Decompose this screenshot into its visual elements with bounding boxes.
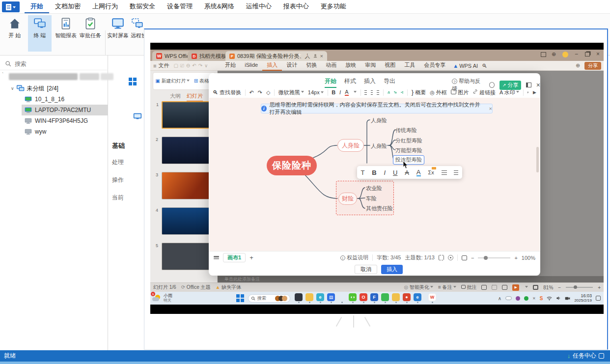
wps-menu-item[interactable]: 设计 — [282, 60, 302, 71]
mindmap-leaf[interactable]: 分红型寿险 — [395, 137, 422, 144]
hyperlink-button[interactable]: 超链接 — [472, 89, 496, 96]
frame-button[interactable]: ◎ 外框 — [430, 89, 447, 96]
cloud-tray-icon[interactable] — [505, 296, 512, 300]
new-tab-icon[interactable]: + — [298, 51, 302, 58]
camera-icon[interactable] — [565, 296, 570, 301]
normal-view-icon[interactable] — [481, 285, 487, 290]
play-options-chevron[interactable] — [525, 286, 528, 289]
wps-menu-item[interactable]: 审阅 — [360, 60, 380, 71]
task-center-button[interactable]: 任务中心 — [573, 352, 596, 360]
mindmap-leaf[interactable]: 农业险 — [366, 185, 382, 192]
opera-icon[interactable]: O — [358, 293, 369, 303]
host-menu-item[interactable]: 报表中心 — [277, 0, 315, 13]
skin-icon[interactable] — [541, 52, 546, 57]
layers-icon[interactable] — [214, 256, 219, 260]
collaboration-icon[interactable] — [313, 54, 318, 58]
format-painter-icon[interactable]: ◇ — [266, 89, 270, 96]
sogou-tray-icon[interactable]: S — [540, 296, 543, 301]
tray-time[interactable]: 16:03 — [574, 293, 592, 298]
presentation-tab-active[interactable]: P 0839期 保险业务险种分类、人 × — [225, 51, 327, 61]
fit-screen-icon[interactable] — [439, 255, 444, 260]
toolbar-more-icon[interactable]: ▶ — [533, 90, 536, 95]
zoom-level[interactable]: 81% — [543, 285, 553, 290]
branch-node-personal[interactable]: 人身险 — [337, 139, 364, 152]
mindmap-leaf[interactable]: 万能型寿险 — [395, 147, 422, 154]
sidebar-search[interactable] — [0, 57, 108, 70]
tray-date[interactable]: 2025/2/19 — [574, 298, 592, 303]
tree-group-ungrouped[interactable]: ∨ 未分组 [2/4] — [0, 83, 108, 94]
share-button[interactable]: 分享 — [584, 62, 601, 70]
task-center-icon[interactable] — [599, 353, 604, 359]
comment-button[interactable]: 批注 — [461, 284, 477, 291]
weather-widget[interactable]: 9 小雨 明天 — [152, 293, 172, 303]
mindmap-text-node[interactable]: 人身险 — [371, 142, 387, 150]
sorter-view-icon[interactable] — [492, 285, 497, 290]
mindmap-leaf[interactable]: 其他责任险 — [366, 205, 393, 212]
ribbon-live-screen-button[interactable]: 实时屏幕 — [106, 15, 130, 46]
slide-thumbnail[interactable]: 2 — [162, 137, 211, 164]
close-dialog-icon[interactable]: × — [536, 81, 540, 89]
wifi-icon[interactable] — [547, 296, 552, 301]
org-structure-icon[interactable] — [388, 89, 390, 95]
mindmap-canvas[interactable]: i 思维导图使用时需保持联网，内容会实时保存至云文档。关闭后可在云文档中找到文件… — [209, 98, 540, 251]
detail-row-label[interactable]: 操作 — [112, 176, 124, 184]
wps-ai-icon[interactable]: ▲ — [453, 63, 458, 69]
insert-button[interactable]: 插入 — [381, 265, 403, 274]
mindmap-root-node[interactable]: 保险险种 — [267, 156, 317, 175]
new-slide-button[interactable]: ▣ 新建幻灯片 — [155, 78, 190, 84]
host-menu-item[interactable]: 文档加密 — [49, 0, 86, 13]
tray-expand-icon[interactable]: ∧ — [498, 296, 501, 301]
file-explorer-icon[interactable] — [304, 293, 315, 303]
font-size-select[interactable]: 14px — [308, 89, 324, 95]
wps-menu-item[interactable]: 视图 — [380, 60, 400, 71]
zoom-in-icon[interactable]: + — [514, 255, 517, 261]
rights-info[interactable]: i 权益说明 — [340, 254, 368, 261]
host-menu-item[interactable]: 系统&网络 — [198, 0, 240, 13]
locate-center-icon[interactable] — [448, 255, 453, 260]
notes-button[interactable]: ≡ 备注 — [438, 284, 456, 291]
wps-menu-item[interactable]: 会员专享 — [419, 60, 450, 71]
dialog-tab[interactable]: 导出 — [384, 77, 395, 88]
tab-list-chevron-icon[interactable]: ∨ — [305, 53, 309, 57]
host-menu-item[interactable]: 更多功能 — [315, 0, 352, 13]
wps-menu-item[interactable]: 放映 — [341, 60, 360, 71]
zoom-slider[interactable] — [566, 287, 593, 288]
green-status-tray-icon[interactable] — [524, 296, 528, 301]
font-family-select[interactable]: 微软雅黑 — [278, 89, 304, 96]
dialog-tab[interactable]: 插入 — [364, 77, 376, 88]
f-app-icon[interactable]: F — [369, 293, 380, 303]
slide-thumbnail[interactable]: 3 — [162, 172, 211, 199]
docer-template-tab[interactable]: D 找稻壳模板 — [188, 51, 230, 61]
slideshow-play-icon[interactable]: ▶ — [512, 284, 519, 291]
host-menu-item[interactable]: 数据安全 — [124, 0, 161, 13]
detail-row-label[interactable]: 处理 — [112, 158, 124, 167]
beautify-button[interactable]: ◎ 智能美化 — [404, 284, 433, 291]
dialog-tab[interactable]: 样式 — [344, 77, 356, 88]
chrome-icon[interactable] — [336, 293, 347, 303]
restore-icon[interactable] — [585, 52, 590, 56]
wyw[interactable]: wyw — [0, 126, 108, 137]
mute-tray-icon[interactable]: ✕ — [532, 296, 536, 301]
LAPTOP-7PAC2MTU[interactable]: LAPTOP-7PAC2MTU — [0, 105, 108, 115]
start-button[interactable] — [236, 294, 244, 302]
italic-button[interactable]: I — [384, 169, 386, 176]
italic-button[interactable]: I — [339, 89, 341, 95]
mindmap-selected-leaf[interactable]: 投连型寿险 — [393, 155, 424, 165]
app-logo-button[interactable] — [2, 1, 20, 12]
bold-button[interactable]: B — [372, 169, 376, 176]
ie-icon[interactable]: e — [412, 293, 423, 303]
zoom-out-icon[interactable]: − — [471, 255, 474, 261]
edge-icon[interactable]: e — [315, 293, 326, 303]
slides-tab[interactable]: 幻灯片 — [187, 92, 203, 102]
WIN-4FP3P64H5JG[interactable]: WIN-4FP3P64H5JG — [0, 115, 108, 126]
host-menu-item[interactable]: 上网行为 — [86, 0, 124, 13]
upload-cloud-icon[interactable]: ⊕ — [576, 62, 580, 69]
ribbon-terminal-button[interactable]: 终 端 — [28, 15, 52, 52]
slide-thumbnail[interactable]: 5 — [162, 243, 211, 270]
insert-image-button[interactable]: 图片 — [451, 89, 469, 96]
minimap-icon[interactable] — [462, 255, 467, 260]
wps-menu-item[interactable]: iSlide — [240, 60, 262, 71]
missing-font-warning[interactable]: ▲ 缺失字体 — [216, 284, 242, 291]
wps-menu-item[interactable]: 动画 — [321, 60, 341, 71]
ribbon-smart-report-button[interactable]: 智能报表 — [54, 15, 78, 46]
